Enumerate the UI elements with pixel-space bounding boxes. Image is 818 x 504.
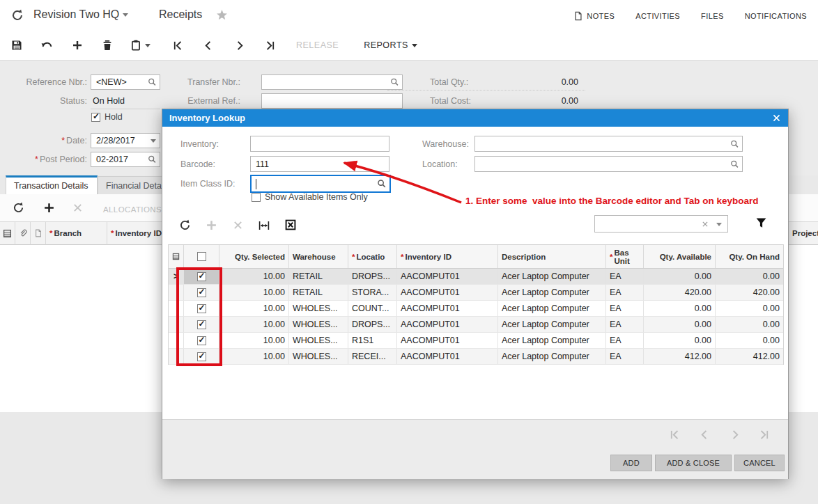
- cell-qty-available[interactable]: 0.00: [644, 333, 716, 348]
- release-button[interactable]: RELEASE: [296, 40, 339, 50]
- cell-qty-on-hand[interactable]: 0.00: [716, 333, 783, 348]
- clear-search-icon[interactable]: [702, 221, 709, 228]
- notes-link[interactable]: NOTES: [573, 11, 615, 21]
- cell-description[interactable]: Acer Laptop Computer: [498, 333, 606, 348]
- cell-qty-available[interactable]: 0.00: [644, 317, 716, 332]
- next-record-button[interactable]: [234, 40, 245, 51]
- cell-location[interactable]: RECEI...: [348, 349, 397, 364]
- cell-description[interactable]: Acer Laptop Computer: [498, 285, 606, 300]
- cell-qty-selected[interactable]: 10.00: [219, 269, 289, 284]
- inventory-column-header[interactable]: *Inventory ID: [107, 221, 170, 245]
- project-column-header[interactable]: Project: [789, 221, 818, 245]
- cell-qty-selected[interactable]: 10.00: [219, 349, 289, 364]
- inventory-field[interactable]: [250, 136, 389, 152]
- search-icon[interactable]: [730, 139, 739, 148]
- fit-width-button[interactable]: [258, 220, 270, 231]
- reference-nbr-field[interactable]: <NEW>: [91, 74, 160, 90]
- col-description[interactable]: Description: [498, 245, 606, 268]
- notifications-link[interactable]: NOTIFICATIONS: [745, 11, 807, 21]
- tab-transaction-details[interactable]: Transaction Details: [6, 175, 98, 194]
- first-record-button[interactable]: [173, 40, 183, 51]
- col-qty-on-hand[interactable]: Qty. On Hand: [716, 245, 783, 268]
- lookup-refresh-button[interactable]: [179, 219, 191, 231]
- cell-qty-on-hand[interactable]: 0.00: [716, 301, 783, 316]
- col-qty-selected[interactable]: Qty. Selected: [219, 245, 289, 268]
- filter-funnel-icon[interactable]: [755, 217, 767, 229]
- cell-inventory-id[interactable]: AACOMPUT01: [397, 333, 498, 348]
- delete-record-button[interactable]: [102, 40, 113, 51]
- cell-qty-selected[interactable]: 10.00: [219, 317, 289, 332]
- transfer-nbr-field[interactable]: [261, 74, 403, 90]
- reports-menu-button[interactable]: REPORTS: [364, 40, 417, 50]
- export-excel-button[interactable]: [285, 219, 296, 230]
- previous-record-button[interactable]: [203, 40, 214, 51]
- cell-base-unit[interactable]: EA: [606, 285, 644, 300]
- page-previous-button[interactable]: [700, 430, 710, 440]
- date-field[interactable]: 2/28/2017: [91, 133, 160, 148]
- item-class-field[interactable]: [250, 175, 391, 193]
- cell-qty-on-hand[interactable]: 0.00: [716, 269, 783, 284]
- location-field[interactable]: [474, 156, 743, 172]
- table-row[interactable]: 10.00 WHOLES... COUNT... AACOMPUT01 Acer…: [169, 301, 783, 317]
- cell-qty-selected[interactable]: 10.00: [219, 285, 289, 300]
- page-last-button[interactable]: [759, 430, 769, 440]
- barcode-field[interactable]: 111: [250, 156, 389, 172]
- cell-qty-on-hand[interactable]: 412.00: [716, 349, 783, 364]
- cell-inventory-id[interactable]: AACOMPUT01: [397, 269, 498, 284]
- cell-location[interactable]: R1S1: [348, 333, 397, 348]
- cell-inventory-id[interactable]: AACOMPUT01: [397, 349, 498, 364]
- grid-refresh-button[interactable]: [13, 202, 24, 214]
- cell-qty-available[interactable]: 0.00: [644, 269, 716, 284]
- grid-corner-icon[interactable]: [169, 245, 184, 268]
- cell-qty-available[interactable]: 420.00: [644, 285, 716, 300]
- cell-description[interactable]: Acer Laptop Computer: [498, 301, 606, 316]
- cell-description[interactable]: Acer Laptop Computer: [498, 317, 606, 332]
- cell-base-unit[interactable]: EA: [606, 269, 644, 284]
- select-all-checkbox[interactable]: [197, 252, 206, 261]
- company-selector[interactable]: Revision Two HQ: [33, 8, 128, 21]
- col-base-unit[interactable]: *Bas Unit: [606, 245, 644, 268]
- search-icon[interactable]: [390, 78, 399, 87]
- cancel-button[interactable]: CANCEL: [734, 455, 785, 471]
- cell-qty-available[interactable]: 412.00: [644, 349, 716, 364]
- lookup-delete-button[interactable]: [233, 220, 243, 230]
- cell-inventory-id[interactable]: AACOMPUT01: [397, 317, 498, 332]
- cell-warehouse[interactable]: WHOLES...: [289, 349, 348, 364]
- lookup-add-button[interactable]: [206, 219, 217, 231]
- cell-warehouse[interactable]: WHOLES...: [289, 333, 348, 348]
- cell-qty-on-hand[interactable]: 0.00: [716, 317, 783, 332]
- cell-base-unit[interactable]: EA: [606, 301, 644, 316]
- col-inventory-id[interactable]: *Inventory ID: [397, 245, 498, 268]
- cell-qty-selected[interactable]: 10.00: [219, 301, 289, 316]
- branch-column-header[interactable]: *Branch: [46, 221, 107, 245]
- table-row[interactable]: 10.00 WHOLES... RECEI... AACOMPUT01 Acer…: [169, 349, 783, 365]
- clipboard-menu-button[interactable]: [130, 40, 151, 51]
- last-record-button[interactable]: [265, 40, 275, 51]
- search-icon[interactable]: [377, 179, 387, 189]
- chevron-down-icon[interactable]: [716, 223, 722, 229]
- grid-delete-row-button[interactable]: [72, 203, 83, 213]
- post-period-field[interactable]: 02-2017: [91, 152, 160, 167]
- files-link[interactable]: FILES: [701, 11, 724, 21]
- cell-base-unit[interactable]: EA: [606, 333, 644, 348]
- page-first-button[interactable]: [670, 430, 680, 440]
- table-row[interactable]: 10.00 RETAIL STORA... AACOMPUT01 Acer La…: [169, 285, 783, 301]
- add-button[interactable]: ADD: [610, 455, 652, 471]
- table-row[interactable]: > 10.00 RETAIL DROPS... AACOMPUT01 Acer …: [169, 269, 783, 285]
- cell-location[interactable]: DROPS...: [348, 269, 397, 284]
- cell-qty-selected[interactable]: 10.00: [219, 333, 289, 348]
- cell-qty-available[interactable]: 0.00: [644, 301, 716, 316]
- close-icon[interactable]: [772, 113, 781, 123]
- cell-description[interactable]: Acer Laptop Computer: [498, 269, 606, 284]
- external-ref-field[interactable]: [261, 93, 403, 109]
- activities-link[interactable]: ACTIVITIES: [635, 11, 680, 21]
- show-available-checkbox[interactable]: [252, 193, 261, 202]
- cell-inventory-id[interactable]: AACOMPUT01: [397, 301, 498, 316]
- save-button[interactable]: [11, 40, 22, 51]
- cell-location[interactable]: STORA...: [348, 285, 397, 300]
- cell-location[interactable]: DROPS...: [348, 317, 397, 332]
- col-location[interactable]: *Locatio: [348, 245, 397, 268]
- cell-warehouse[interactable]: WHOLES...: [289, 301, 348, 316]
- add-and-close-button[interactable]: ADD & CLOSE: [655, 455, 732, 471]
- add-record-button[interactable]: [72, 40, 83, 51]
